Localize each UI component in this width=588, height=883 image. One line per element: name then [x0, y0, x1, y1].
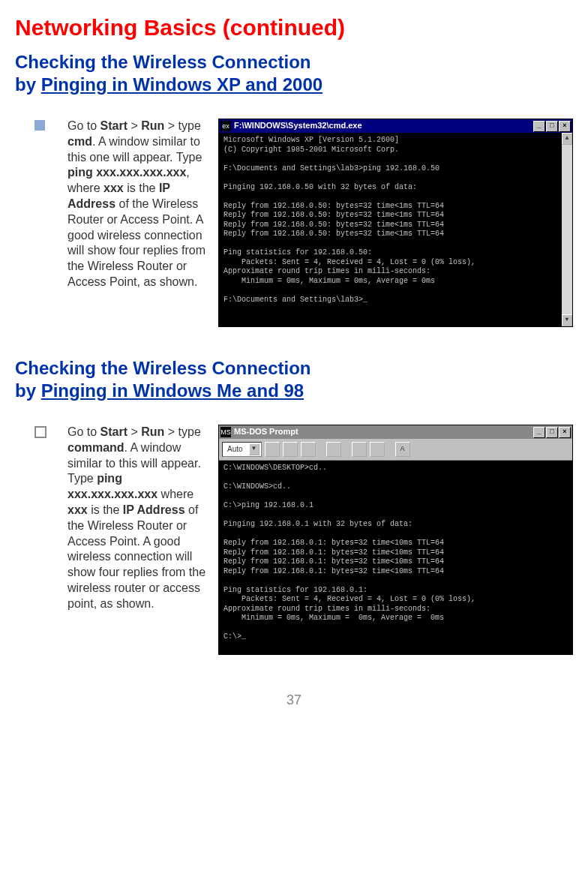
section1-row: Go to Start > Run > type cmd. A window s…: [15, 119, 573, 327]
section2-row: Go to Start > Run > type command. A wind…: [15, 425, 573, 655]
bullet-col: [15, 119, 68, 134]
toolbar-button[interactable]: [301, 442, 316, 457]
maximize-button[interactable]: □: [546, 121, 558, 132]
toolbar-button[interactable]: [283, 442, 298, 457]
close-button[interactable]: ×: [559, 427, 571, 438]
chevron-down-icon[interactable]: ▼: [249, 443, 260, 455]
scroll-down-icon[interactable]: ▼: [562, 314, 572, 326]
toolbar-font-button[interactable]: A: [395, 442, 410, 457]
scroll-up-icon[interactable]: ▲: [562, 133, 572, 145]
section2-heading: Checking the Wireless Connection by Ping…: [15, 357, 573, 402]
cmd-window: ex F:\WINDOWS\System32\cmd.exe _ □ × Mic…: [218, 119, 573, 327]
minimize-button[interactable]: _: [533, 121, 545, 132]
msdos-icon: MS: [220, 427, 231, 437]
cmd-icon: ex: [220, 121, 231, 131]
window-title: MS-DOS Prompt: [234, 427, 532, 437]
scrollbar[interactable]: ▲ ▼: [562, 133, 572, 326]
heading-prefix2: by: [15, 74, 41, 95]
maximize-button[interactable]: □: [546, 427, 558, 438]
toolbar-button[interactable]: [370, 442, 385, 457]
heading-underline2: Pinging in Windows XP and 2000: [41, 74, 322, 95]
dropdown-value: Auto: [227, 445, 243, 455]
bullet-col: [15, 425, 68, 441]
heading-line1: Checking the Wireless Connection: [15, 358, 311, 378]
page-title: Networking Basics (continued): [15, 15, 573, 41]
toolbar-button[interactable]: [326, 442, 341, 457]
heading-prefix2: by: [15, 380, 41, 401]
screenshot-dos-me98: MS MS-DOS Prompt _ □ × Auto ▼: [218, 425, 573, 655]
bullet-icon: [34, 426, 46, 438]
console-output[interactable]: Microsoft Windows XP [Version 5.1.2600] …: [219, 133, 562, 326]
instruction-text: Go to Start > Run > type cmd. A window s…: [68, 119, 218, 290]
bullet-icon: [34, 120, 45, 131]
scroll-track[interactable]: [562, 145, 572, 314]
page-number: 37: [15, 692, 573, 708]
screenshot-cmd-xp: ex F:\WINDOWS\System32\cmd.exe _ □ × Mic…: [218, 119, 573, 327]
toolbar-button[interactable]: [265, 442, 280, 457]
titlebar: MS MS-DOS Prompt _ □ ×: [219, 425, 572, 439]
dos-window: MS MS-DOS Prompt _ □ × Auto ▼: [218, 425, 573, 655]
console-output[interactable]: C:\WINDOWS\DESKTOP>cd.. C:\WINDOWS>cd.. …: [219, 461, 572, 654]
heading-underline2: Pinging in Windows Me and 98: [41, 380, 304, 401]
close-button[interactable]: ×: [559, 121, 571, 132]
font-size-dropdown[interactable]: Auto ▼: [222, 442, 262, 457]
instruction-text: Go to Start > Run > type command. A wind…: [68, 425, 218, 612]
heading-line1: Checking the Wireless Connection: [15, 52, 311, 72]
section1-heading: Checking the Wireless Connection by Ping…: [15, 51, 573, 96]
dos-toolbar: Auto ▼ A: [219, 439, 572, 461]
minimize-button[interactable]: _: [533, 427, 545, 438]
toolbar-button[interactable]: [352, 442, 367, 457]
titlebar: ex F:\WINDOWS\System32\cmd.exe _ □ ×: [219, 119, 572, 133]
window-title: F:\WINDOWS\System32\cmd.exe: [234, 121, 532, 131]
